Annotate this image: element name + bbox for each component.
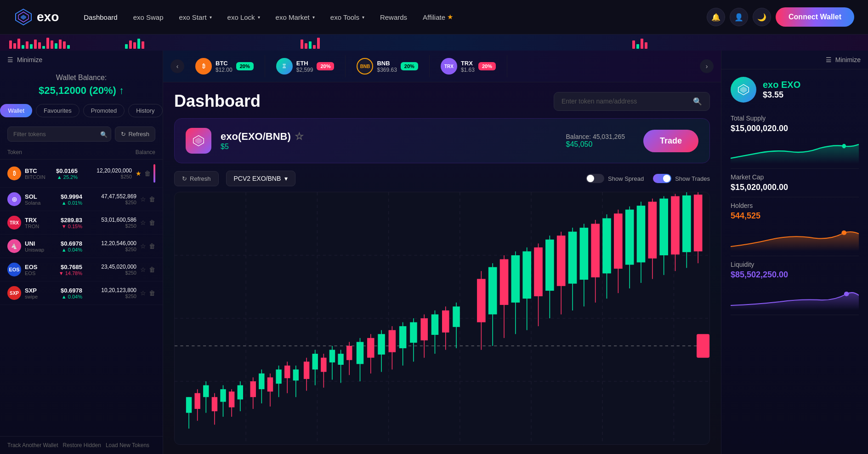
ticker-item-btc[interactable]: ₿ BTC $12.00 20% (184, 55, 265, 77)
token-usd: $250 (81, 174, 132, 179)
token-info: EOS EOS (25, 264, 59, 276)
crypto-ticker: ‹ ₿ BTC $12.00 20% Ξ ETH $2,599 (163, 51, 721, 82)
token-amount: 23,45,020,000 (86, 264, 136, 270)
profile-button[interactable]: 👤 (730, 8, 748, 26)
bnb-coin-icon: BNB (357, 58, 373, 75)
list-item[interactable]: SXP SXP swipe $0.6978 ▲ 0.04% 10,20,123,… (0, 282, 163, 305)
star-icon[interactable]: ☆ (140, 289, 146, 297)
restore-hidden-link[interactable]: Restore Hidden (62, 442, 101, 448)
nav-dashboard[interactable]: Dashboard (77, 10, 124, 25)
top-navigation: exo Dashboard exo Swap exo Start ▾ exo L… (0, 0, 868, 34)
notifications-button[interactable]: 🔔 (707, 8, 725, 26)
token-search-bar: 🔍 (554, 92, 710, 111)
ticker-badge: 20% (478, 62, 496, 70)
token-actions: ☆ 🗑 (140, 219, 155, 226)
load-tokens-link[interactable]: Load New Tokens (106, 442, 149, 448)
svg-rect-60 (378, 334, 385, 355)
nav-exo-swap[interactable]: exo Swap (127, 10, 170, 25)
left-minimize-button[interactable]: ☰ Minimize (0, 51, 163, 69)
connect-wallet-button[interactable]: Connect Wallet (776, 7, 854, 27)
nav-exo-market[interactable]: exo Market ▾ (269, 10, 321, 25)
market-cap-stat: Market Cap $15,020,000.00 (731, 169, 859, 197)
wallet-balance-label: Wallet Balance: (9, 74, 153, 82)
refresh-button[interactable]: ↻ Refresh (115, 126, 155, 142)
trash-icon[interactable]: 🗑 (149, 289, 155, 297)
total-supply-stat: Total Supply $15,000,020.00 (731, 110, 859, 169)
show-trades-toggle: Show Trades (653, 174, 710, 183)
nav-exo-start[interactable]: exo Start ▾ (173, 10, 218, 25)
token-search-input[interactable] (562, 98, 688, 105)
token-info: BTC BITCOIN (25, 167, 56, 180)
nav-affiliate[interactable]: Affiliate ★ (416, 9, 460, 25)
chart-refresh-button[interactable]: ↻ Refresh (174, 171, 219, 186)
trash-icon[interactable]: 🗑 (149, 266, 155, 273)
track-wallet-link[interactable]: Track Another Wallet (7, 442, 58, 448)
token-usd: $250 (86, 293, 136, 299)
filter-tokens-input[interactable] (7, 126, 111, 142)
tab-history[interactable]: History (128, 104, 162, 117)
main-layout: ☰ Minimize Wallet Balance: $25,12000 (20… (0, 51, 868, 454)
spread-toggle-switch[interactable] (586, 174, 604, 183)
token-actions: ☆ 🗑 (140, 242, 155, 250)
right-minimize-button[interactable]: ☰ Minimize (721, 51, 868, 69)
svg-rect-112 (682, 195, 691, 252)
liquidity-stat: Liquidity $85,502,250.00 (731, 256, 859, 315)
trash-icon[interactable]: 🗑 (149, 195, 155, 203)
list-item[interactable]: 🦄 UNI Uniswap $0.6978 ▲ 0.04% 12,20,546,… (0, 235, 163, 258)
star-icon[interactable]: ★ (136, 170, 142, 177)
logo[interactable]: exo (14, 7, 59, 27)
refresh-icon: ↻ (121, 131, 126, 138)
svg-rect-50 (329, 350, 335, 362)
trade-button[interactable]: Trade (643, 130, 698, 152)
holders-value: 544,525 (731, 211, 859, 221)
ticker-item-trx[interactable]: TRX TRX $1.63 20% (430, 55, 507, 77)
star-icon[interactable]: ☆ (140, 242, 146, 250)
token-usd: $250 (86, 270, 136, 276)
ticker-item-bnb[interactable]: BNB BNB $369.63 20% (346, 55, 429, 77)
ticker-prev-button[interactable]: ‹ (170, 59, 184, 73)
trash-icon[interactable]: 🗑 (144, 170, 151, 177)
token-usd: $250 (86, 223, 136, 229)
token-card-details: exo(EXO/BNB) ☆ $5 (221, 131, 304, 151)
pair-selector[interactable]: PCV2 EXO/BNB ▾ (226, 171, 296, 186)
ticker-price: $2,599 (296, 67, 313, 73)
token-info: SXP swipe (25, 287, 61, 299)
trash-icon[interactable]: 🗑 (149, 242, 155, 250)
list-item[interactable]: TRX TRX TRON $289.83 ▼ 0.15% 53,01,600,5… (0, 211, 163, 235)
list-item[interactable]: EOS EOS EOS $0.7685 ▼ 14.78% 23,45,020,0… (0, 258, 163, 282)
svg-rect-108 (659, 199, 668, 255)
token-card-balance: Balance: 45,031,265 $45,050 (566, 133, 625, 149)
token-name: Solana (25, 200, 61, 206)
nav-exo-tools[interactable]: exo Tools ▾ (324, 10, 371, 25)
nav-rewards[interactable]: Rewards (374, 10, 414, 25)
star-icon[interactable]: ☆ (140, 266, 146, 273)
trash-icon[interactable]: 🗑 (149, 219, 155, 226)
ticker-item-eth[interactable]: Ξ ETH $2,599 20% (265, 55, 346, 77)
ticker-price: $12.00 (216, 67, 233, 73)
svg-point-119 (844, 292, 849, 296)
star-icon[interactable]: ☆ (140, 219, 146, 226)
chevron-down-icon: ▾ (362, 15, 364, 20)
favourite-icon[interactable]: ☆ (295, 131, 304, 143)
token-amount: 10,20,123,800 (86, 287, 136, 293)
token-change: ▲ 0.01% (61, 200, 82, 206)
nav-links: Dashboard exo Swap exo Start ▾ exo Lock … (77, 9, 707, 25)
tab-favourites[interactable]: Favourites (36, 104, 79, 117)
tab-wallet[interactable]: Wallet (0, 104, 32, 117)
token-name: swipe (25, 294, 61, 299)
nav-exo-lock[interactable]: exo Lock ▾ (221, 10, 267, 25)
token-name: BITCOIN (25, 174, 56, 180)
star-icon[interactable]: ☆ (140, 195, 146, 203)
svg-rect-92 (568, 232, 577, 284)
list-item[interactable]: ◎ SOL Solana $0.9994 ▲ 0.01% 47,47,552,8… (0, 188, 163, 211)
trades-toggle-switch[interactable] (653, 174, 671, 183)
svg-rect-44 (304, 362, 309, 379)
theme-toggle-button[interactable]: 🌙 (753, 8, 771, 26)
total-supply-chart (731, 136, 859, 164)
svg-rect-70 (431, 314, 439, 335)
user-icon: 👤 (734, 13, 743, 22)
tab-promoted[interactable]: Promoted (83, 104, 125, 117)
token-balance-info: 10,20,123,800 $250 (86, 287, 136, 299)
list-item[interactable]: ₿ BTC BITCOIN $0.0165 ▲ 25.2% 12,20,020,… (0, 160, 163, 188)
ticker-next-button[interactable]: › (700, 59, 714, 73)
